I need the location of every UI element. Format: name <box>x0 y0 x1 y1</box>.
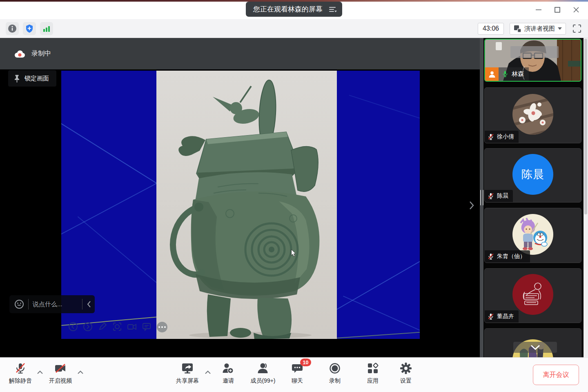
members-button[interactable]: 成员(99+) <box>245 362 281 385</box>
apps-grid-icon <box>367 362 379 374</box>
banner-menu-icon[interactable] <box>328 6 337 13</box>
recording-label: 录制中 <box>31 49 51 58</box>
meeting-toolbar-top: 43:06 演讲者视图 <box>0 19 588 38</box>
record-button[interactable]: 录制 <box>323 362 347 385</box>
laser-focus-icon[interactable] <box>112 322 122 332</box>
main-region: 录制中 <box>0 38 588 357</box>
settings-button[interactable]: 设置 <box>394 362 418 385</box>
share-options-chevron[interactable] <box>205 370 211 375</box>
quick-chat-input[interactable]: 说点什么... <box>9 295 95 313</box>
leave-meeting-button[interactable]: 离开会议 <box>533 365 579 385</box>
participants-scrollbar[interactable] <box>584 38 588 357</box>
unmute-label: 解除静音 <box>9 377 32 385</box>
chat-placeholder[interactable]: 说点什么... <box>33 301 78 308</box>
panel-resize-handle[interactable] <box>480 38 483 357</box>
participant-tile-partial[interactable] <box>484 328 581 357</box>
camera-off-icon <box>54 362 67 374</box>
participant-name-label: 徐小倩 <box>485 131 519 143</box>
avatar <box>512 94 553 135</box>
participant-name: 董晶卉 <box>497 313 514 320</box>
speaker-view-icon <box>514 25 521 33</box>
watching-banner-text: 您正在观看林森的屏幕 <box>253 4 323 14</box>
close-button[interactable] <box>567 0 586 19</box>
next-slide-icon[interactable] <box>83 322 93 332</box>
scroll-down-participants[interactable] <box>513 342 557 353</box>
invite-button[interactable]: 邀请 <box>216 362 241 385</box>
participant-info-row: 林森 <box>485 67 529 81</box>
chat-unread-badge: 10 <box>300 359 311 366</box>
more-tools-button[interactable] <box>157 322 167 332</box>
scrollbar-thumb[interactable] <box>584 39 587 214</box>
participant-name: 林森 <box>512 70 524 78</box>
participant-name: 徐小倩 <box>497 133 514 140</box>
previous-slide-icon[interactable] <box>68 322 78 332</box>
mic-muted-icon <box>488 193 494 200</box>
participant-tile-chenchen[interactable]: 陈晨 陈晨 <box>484 148 581 203</box>
camera-icon[interactable] <box>127 322 137 332</box>
network-quality-button[interactable] <box>40 22 53 35</box>
annotation-toolbar <box>68 322 151 332</box>
presentation-slide <box>61 71 420 339</box>
pin-icon <box>14 74 20 83</box>
mic-muted-icon <box>488 313 494 320</box>
divider <box>82 299 82 310</box>
share-screen-button[interactable]: 共享屏幕 <box>169 362 205 385</box>
start-video-button[interactable]: 开启视频 <box>42 362 78 385</box>
participant-tile-linsen[interactable]: 林森 <box>484 39 581 82</box>
meeting-info-button[interactable] <box>6 22 19 35</box>
apps-label: 应用 <box>367 377 379 385</box>
comment-icon[interactable] <box>142 322 151 332</box>
participant-tile-xuxiaoqian[interactable]: 徐小倩 <box>484 87 581 143</box>
participant-tile-dongjinghui[interactable]: 董晶卉 <box>484 268 581 323</box>
view-mode-select[interactable]: 演讲者视图 <box>510 23 566 35</box>
share-screen-label: 共享屏幕 <box>176 377 199 385</box>
participant-name-label: 朱胄（伷） <box>485 250 530 263</box>
watching-banner[interactable]: 您正在观看林森的屏幕 <box>246 2 342 17</box>
shield-plus-icon <box>25 24 34 33</box>
info-icon <box>8 24 17 33</box>
mic-on-icon <box>502 71 508 78</box>
bronze-vessel-illustration <box>156 71 337 339</box>
apps-button[interactable]: 应用 <box>361 362 385 385</box>
security-button[interactable] <box>23 22 36 35</box>
participant-name: 朱胄（伷） <box>497 253 526 260</box>
mouse-cursor <box>291 249 297 257</box>
participants-panel: 林森 <box>483 38 588 357</box>
lock-screen-label: 锁定画面 <box>24 75 49 82</box>
chat-label: 聊天 <box>292 377 303 385</box>
collapse-left-icon[interactable] <box>87 301 91 308</box>
fullscreen-button[interactable] <box>572 23 582 34</box>
view-mode-label: 演讲者视图 <box>524 25 555 33</box>
network-signal-icon <box>42 24 51 33</box>
video-options-chevron[interactable] <box>77 370 84 375</box>
title-bar: 您正在观看林森的屏幕 <box>0 0 588 19</box>
expand-panel-arrow[interactable] <box>467 199 476 212</box>
gear-icon <box>400 362 412 374</box>
invite-person-icon <box>222 362 234 374</box>
minimize-button[interactable] <box>529 0 548 19</box>
lock-screen-button[interactable]: 锁定画面 <box>8 70 56 87</box>
mic-muted-icon <box>488 253 494 260</box>
emoji-icon[interactable] <box>14 299 24 309</box>
avatar: 陈晨 <box>512 154 553 195</box>
participant-tile-zhuzhou[interactable]: 朱胄（伷） <box>484 208 581 263</box>
window-controls <box>529 0 586 19</box>
avatar <box>512 214 553 255</box>
unmute-button[interactable]: 解除静音 <box>2 362 38 385</box>
leave-meeting-label: 离开会议 <box>543 371 569 379</box>
pencil-annotate-icon[interactable] <box>98 322 107 332</box>
record-icon <box>329 362 341 374</box>
participant-name-label: 董晶卉 <box>485 310 519 323</box>
screen-share-view: 录制中 <box>0 38 480 357</box>
mic-muted-icon <box>488 134 494 140</box>
avatar <box>512 274 553 315</box>
presenter-badge-icon <box>485 67 499 81</box>
meeting-controls-bar: 解除静音 开启视频 <box>0 357 588 392</box>
meeting-window: 您正在观看林森的屏幕 <box>0 0 588 392</box>
chat-button[interactable]: 10 聊天 <box>286 362 309 385</box>
mic-muted-icon <box>14 362 27 374</box>
chevron-down-icon <box>558 27 562 30</box>
maximize-button[interactable] <box>548 0 567 19</box>
settings-label: 设置 <box>400 377 412 385</box>
divider <box>28 299 29 310</box>
